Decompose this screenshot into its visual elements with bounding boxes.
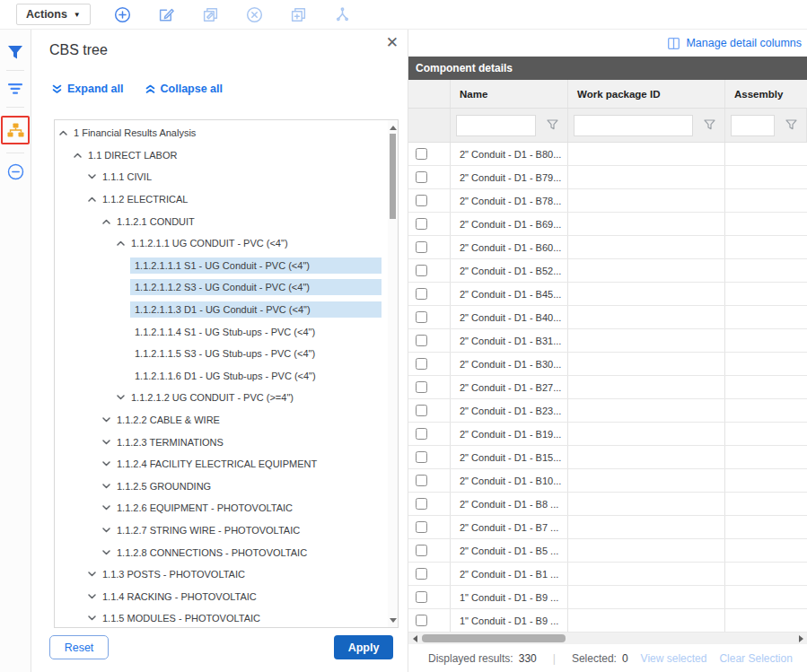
reset-button[interactable]: Reset xyxy=(49,635,109,659)
table-row[interactable]: 2" Conduit - D1 - B8 ... xyxy=(408,493,807,516)
scrollbar-thumb[interactable] xyxy=(422,634,566,642)
row-checkbox[interactable] xyxy=(416,498,427,510)
tree-node[interactable]: 1.1.2.1.2 UG CONDUIT - PVC (>=4") xyxy=(55,387,398,409)
table-row[interactable]: 2" Conduit - D1 - B23... xyxy=(408,399,807,423)
work-package-id-filter-input[interactable] xyxy=(574,115,693,136)
row-checkbox[interactable] xyxy=(416,171,427,183)
column-header-name[interactable]: Name xyxy=(451,80,568,108)
table-row[interactable]: 2" Conduit - D1 - B79... xyxy=(408,166,807,189)
tree-node[interactable]: 1.1.2.1.1.4 S1 - UG Stub-ups - PVC (<4") xyxy=(55,320,398,343)
row-checkbox[interactable] xyxy=(416,358,427,370)
table-row[interactable]: 1" Conduit - D1 - B9 ... xyxy=(408,586,807,609)
chevron-icon[interactable] xyxy=(118,371,130,381)
chevron-icon[interactable] xyxy=(114,392,127,403)
scroll-up-icon[interactable] xyxy=(388,122,398,133)
table-row[interactable]: 2" Conduit - D1 - B30... xyxy=(408,353,807,376)
copy-edit-icon[interactable] xyxy=(202,5,220,23)
tree-node[interactable]: 1.1.2.1.1.3 D1 - UG Conduit - PVC (<4") xyxy=(55,299,398,321)
chevron-icon[interactable] xyxy=(100,458,112,469)
tree-node[interactable]: 1.1.2.1.1.6 D1 - UG Stub-ups - PVC (<4") xyxy=(55,365,398,388)
tree-node[interactable]: 1.1.2.1.1.5 S3 - UG Stub-ups - PVC (<4") xyxy=(55,343,398,365)
tree-node[interactable]: 1.1.2.4 FACILITY ELECTRICAL EQUIPMENT xyxy=(55,453,398,476)
table-row[interactable]: 2" Conduit - D1 - B40... xyxy=(408,306,807,329)
row-checkbox[interactable] xyxy=(416,218,427,230)
tree-node[interactable]: 1.1.3 POSTS - PHOTOVOLTAIC xyxy=(55,563,398,586)
chevron-icon[interactable] xyxy=(57,127,69,138)
table-row[interactable]: 2" Conduit - D1 - B1 ... xyxy=(408,563,807,586)
tree-node[interactable]: 1.1.2.8 CONNECTIONS - PHOTOVOLTAIC xyxy=(55,541,398,563)
copy-add-icon[interactable] xyxy=(290,5,308,23)
tree-node[interactable]: 1.1.2.1 CONDUIT xyxy=(55,210,398,232)
view-selected-link[interactable]: View selected xyxy=(641,652,707,665)
chevron-icon[interactable] xyxy=(100,216,112,227)
table-row[interactable]: 2" Conduit - D1 - B5 ... xyxy=(408,539,807,563)
close-icon[interactable]: ✕ xyxy=(386,35,399,50)
table-row[interactable]: 2" Conduit - D1 - B78... xyxy=(408,189,807,213)
chevron-icon[interactable] xyxy=(100,481,112,492)
scrollbar-thumb[interactable] xyxy=(390,134,396,219)
tree-node[interactable]: 1.1.2 ELECTRICAL xyxy=(55,188,398,211)
scroll-right-icon[interactable] xyxy=(795,633,806,644)
column-header-work-package-id[interactable]: Work package ID xyxy=(568,80,725,108)
work-package-id-filter-funnel-icon[interactable] xyxy=(704,118,715,134)
chevron-icon[interactable] xyxy=(118,282,130,292)
row-checkbox[interactable] xyxy=(416,311,427,323)
collapse-panel-icon[interactable] xyxy=(4,160,27,183)
row-checkbox[interactable] xyxy=(416,591,427,603)
scroll-down-icon[interactable] xyxy=(388,615,398,625)
chevron-icon[interactable] xyxy=(118,327,130,337)
table-row[interactable]: 2" Conduit - D1 - B10... xyxy=(408,469,807,493)
chevron-icon[interactable] xyxy=(85,171,98,182)
horizontal-scrollbar[interactable] xyxy=(408,633,807,644)
name-filter-input[interactable] xyxy=(456,115,536,136)
chevron-icon[interactable] xyxy=(85,569,98,580)
assembly-filter-funnel-icon[interactable] xyxy=(785,118,797,134)
tree-node[interactable]: 1.1.2.2 CABLE & WIRE xyxy=(55,409,398,432)
tree-node[interactable]: 1.1 DIRECT LABOR xyxy=(55,144,398,167)
chevron-icon[interactable] xyxy=(118,304,130,315)
tree-node[interactable]: 1.1.2.1.1.1 S1 - UG Conduit - PVC (<4") xyxy=(55,255,398,277)
apply-button[interactable]: Apply xyxy=(334,635,393,659)
table-row[interactable]: 2" Conduit - D1 - B69... xyxy=(408,213,807,236)
table-row[interactable]: 2" Conduit - D1 - B45... xyxy=(408,283,807,306)
row-checkbox[interactable] xyxy=(416,148,427,160)
row-checkbox[interactable] xyxy=(416,265,427,276)
collapse-all-button[interactable]: Collapse all xyxy=(145,83,223,95)
row-checkbox[interactable] xyxy=(416,615,427,626)
tree-node[interactable]: 1.1.2.1.1 UG CONDUIT - PVC (<4") xyxy=(55,232,398,255)
hierarchy-icon[interactable] xyxy=(334,5,352,23)
tree-node[interactable]: 1.1.2.3 TERMINATIONS xyxy=(55,431,398,453)
chevron-icon[interactable] xyxy=(100,547,112,558)
edit-icon[interactable] xyxy=(158,5,176,23)
table-row[interactable]: 2" Conduit - D1 - B19... xyxy=(408,423,807,446)
table-row[interactable]: 2" Conduit - D1 - B60... xyxy=(408,236,807,259)
scroll-left-icon[interactable] xyxy=(409,633,420,644)
assembly-filter-input[interactable] xyxy=(731,115,775,136)
chevron-icon[interactable] xyxy=(114,238,127,249)
chevron-icon[interactable] xyxy=(100,437,112,448)
tree-node[interactable]: 1.1.2.6 EQUIPMENT - PHOTOVOLTAIC xyxy=(55,497,398,519)
row-checkbox[interactable] xyxy=(416,241,427,253)
tree-node[interactable]: 1.1.4 RACKING - PHOTOVOLTAIC xyxy=(55,585,398,607)
table-row[interactable]: 2" Conduit - D1 - B80... xyxy=(408,143,807,166)
chevron-icon[interactable] xyxy=(100,502,112,513)
row-checkbox[interactable] xyxy=(416,568,427,580)
tree-node[interactable]: 1.1.2.1.1.2 S3 - UG Conduit - PVC (<4") xyxy=(55,276,398,299)
expand-all-button[interactable]: Expand all xyxy=(52,83,124,95)
row-checkbox[interactable] xyxy=(416,475,427,486)
filter-lines-icon[interactable] xyxy=(4,77,27,100)
chevron-icon[interactable] xyxy=(100,525,112,536)
add-circle-icon[interactable] xyxy=(114,5,132,23)
tree-node[interactable]: 1.1.2.7 STRING WIRE - PHOTOVOLTAIC xyxy=(55,519,398,542)
row-checkbox[interactable] xyxy=(416,195,427,206)
tree-node[interactable]: 1.1.1 CIVIL xyxy=(55,166,398,188)
row-checkbox[interactable] xyxy=(416,545,427,556)
tree-node[interactable]: 1 Financial Results Analysis xyxy=(55,122,398,144)
clear-selection-link[interactable]: Clear Selection xyxy=(719,652,792,665)
row-checkbox[interactable] xyxy=(416,381,427,393)
tree-vertical-scrollbar[interactable] xyxy=(388,120,398,627)
row-checkbox[interactable] xyxy=(416,335,427,346)
chevron-icon[interactable] xyxy=(85,591,98,602)
actions-dropdown-button[interactable]: Actions ▼ xyxy=(16,4,91,25)
chevron-icon[interactable] xyxy=(118,260,130,271)
